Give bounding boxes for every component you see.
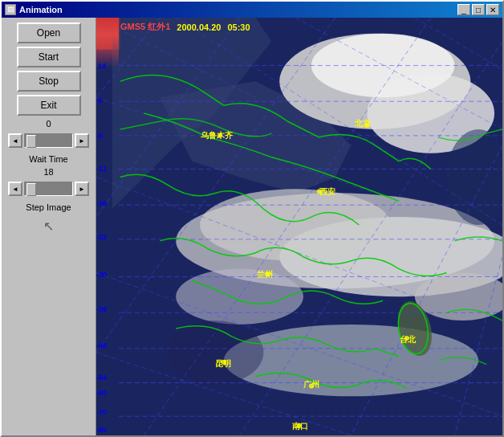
- satellite-header: GMS5 红外1 2000.04.20 05:30: [120, 21, 250, 33]
- geo-label-nankou: 南口: [292, 421, 308, 432]
- exit-button[interactable]: Exit: [17, 95, 81, 116]
- wait-time-value: 18: [8, 167, 89, 177]
- satellite-background: 14 6 -5 -11 -16 -22 -30 -39 -48 -54 -60 …: [96, 18, 502, 435]
- open-button[interactable]: Open: [17, 22, 81, 43]
- geo-label-wlumqi: 乌鲁木齐: [201, 130, 233, 141]
- geo-label-xian: 西安: [319, 186, 335, 198]
- svg-point-15: [168, 321, 263, 384]
- y-label-6: 6: [98, 96, 102, 104]
- wait-time-right-arrow[interactable]: ►: [75, 182, 89, 196]
- slider1-thumb[interactable]: [26, 135, 36, 148]
- y-label--48: -48: [96, 341, 107, 349]
- y-label-14: 14: [98, 62, 106, 70]
- gms-label: GMS5 红外1: [120, 21, 170, 33]
- geo-label-beijing: 北京: [355, 118, 371, 129]
- date-label: 2000.04.20: [177, 22, 221, 32]
- cursor-icon: ↖: [8, 218, 89, 234]
- left-panel: Open Start Stop Exit 0 ◄ ► Wait Time 18 …: [2, 18, 96, 435]
- svg-point-6: [311, 34, 455, 97]
- y-label--54: -54: [96, 374, 107, 382]
- title-bar-left: 🖼 Animation: [5, 4, 63, 15]
- wait-time-label: Wait Time: [8, 154, 89, 164]
- y-label--5: -5: [96, 132, 103, 140]
- geo-label-guangzhou: 广州: [303, 379, 319, 390]
- y-label--80: -80: [96, 426, 107, 434]
- svg-point-9: [200, 189, 391, 260]
- window-icon: 🖼: [5, 4, 16, 15]
- slider1-row: ◄ ►: [8, 133, 89, 148]
- geo-label-lanzhou: 兰州: [257, 269, 273, 280]
- geo-label-taipei: 台北: [400, 334, 416, 345]
- y-label--30: -30: [96, 271, 107, 279]
- slider1-track[interactable]: [24, 133, 73, 148]
- geo-label-kunming: 昆明: [215, 358, 231, 370]
- title-buttons: _ □ ✕: [457, 4, 499, 15]
- time-label: 05:30: [227, 22, 250, 32]
- start-button[interactable]: Start: [17, 47, 81, 67]
- y-label--11: -11: [96, 165, 107, 173]
- window-title: Animation: [19, 5, 63, 14]
- title-bar: 🖼 Animation _ □ ✕: [2, 2, 502, 18]
- step-image-label: Step Image: [8, 202, 89, 212]
- wait-time-left-arrow[interactable]: ◄: [8, 182, 22, 196]
- slider1-left-arrow[interactable]: ◄: [8, 133, 22, 148]
- satellite-view: 14 6 -5 -11 -16 -22 -30 -39 -48 -54 -60 …: [96, 18, 502, 435]
- maximize-button[interactable]: □: [472, 4, 485, 15]
- close-button[interactable]: ✕: [486, 4, 499, 15]
- slider1-right-arrow[interactable]: ►: [75, 133, 89, 148]
- wait-time-thumb[interactable]: [26, 183, 36, 196]
- slider1-value: 0: [8, 119, 89, 129]
- window-body: Open Start Stop Exit 0 ◄ ► Wait Time 18 …: [2, 18, 502, 435]
- stop-button[interactable]: Stop: [17, 71, 81, 92]
- y-label--60: -60: [96, 389, 107, 397]
- y-label--16: -16: [96, 199, 107, 207]
- y-label--39: -39: [96, 305, 107, 313]
- wait-time-track[interactable]: [24, 182, 73, 196]
- y-label--22: -22: [96, 233, 107, 241]
- cloud-svg: [96, 18, 502, 435]
- minimize-button[interactable]: _: [457, 4, 470, 15]
- main-window: 🖼 Animation _ □ ✕ Open Start Stop Exit 0…: [0, 0, 504, 437]
- svg-point-11: [176, 269, 303, 325]
- y-label--70: -70: [96, 408, 107, 416]
- wait-time-slider-row: ◄ ►: [8, 182, 89, 196]
